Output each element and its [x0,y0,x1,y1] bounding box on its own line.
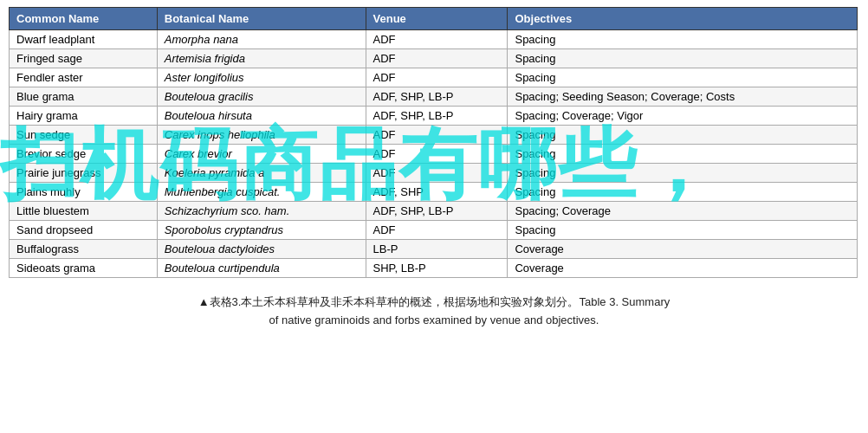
cell-common-name: Little bluestem [10,202,158,221]
cell-botanical-name: Bouteloua curtipendula [157,259,366,278]
cell-objectives: Spacing; Coverage; Vigor [508,107,858,126]
cell-common-name: Buffalograss [10,240,158,259]
cell-botanical-name: Carex inops heliophila [157,126,366,145]
col-header-common: Common Name [10,8,158,30]
cell-common-name: Fendler aster [10,68,158,87]
cell-botanical-name: Sporobolus cryptandrus [157,221,366,240]
cell-objectives: Coverage [508,240,858,259]
table-row: Dwarf leadplantAmorpha nanaADFSpacing [10,30,858,49]
cell-objectives: Spacing [508,145,858,164]
cell-common-name: Sun sedge [10,126,158,145]
table-row: Fendler asterAster longifoliusADFSpacing [10,68,858,87]
cell-botanical-name: Amorpha nana [157,30,366,49]
cell-objectives: Spacing [508,30,858,49]
cell-botanical-name: Bouteloua dactyloides [157,240,366,259]
cell-common-name: Prairie junegrass [10,164,158,183]
cell-common-name: Dwarf leadplant [10,30,158,49]
cell-objectives: Spacing [508,126,858,145]
cell-botanical-name: Bouteloua hirsuta [157,107,366,126]
table-row: Blue gramaBouteloua gracilisADF, SHP, LB… [10,87,858,107]
cell-objectives: Spacing [508,164,858,183]
cell-botanical-name: Schizachyrium sco. ham. [157,202,366,221]
cell-venue: LB-P [366,240,508,259]
data-table: Common Name Botanical Name Venue Objecti… [9,7,858,278]
cell-common-name: Brevior sedge [10,145,158,164]
cell-botanical-name: Muhlenbergia cuspicat. [157,183,366,202]
table-row: Plains muhlyMuhlenbergia cuspicat.ADF, S… [10,183,858,202]
cell-objectives: Spacing; Coverage [508,202,858,221]
cell-venue: ADF [366,126,508,145]
caption-line1: ▲表格3.本土禾本科草种及非禾本科草种的概述，根据场地和实验对象划分。Table… [52,294,816,312]
cell-objectives: Coverage [508,259,858,278]
col-header-botanical: Botanical Name [157,8,366,30]
table-row: Sun sedgeCarex inops heliophilaADFSpacin… [10,126,858,145]
caption-line2: of native graminoids and forbs examined … [52,312,816,330]
cell-objectives: Spacing [508,183,858,202]
table-row: BuffalograssBouteloua dactyloidesLB-PCov… [10,240,858,259]
table-row: Prairie junegrassKoeleria pyramida aADFS… [10,164,858,183]
table-header-row: Common Name Botanical Name Venue Objecti… [10,8,858,30]
cell-venue: ADF [366,49,508,68]
cell-common-name: Plains muhly [10,183,158,202]
cell-botanical-name: Koeleria pyramida a [157,164,366,183]
cell-botanical-name: Carex brevior [157,145,366,164]
cell-venue: ADF [366,221,508,240]
cell-botanical-name: Aster longifolius [157,68,366,87]
cell-venue: ADF, SHP [366,183,508,202]
cell-objectives: Spacing [508,49,858,68]
table-row: Little bluestemSchizachyrium sco. ham.AD… [10,202,858,221]
table-row: Hairy gramaBouteloua hirsutaADF, SHP, LB… [10,107,858,126]
cell-venue: ADF, SHP, LB-P [366,202,508,221]
table-caption: ▲表格3.本土禾本科草种及非禾本科草种的概述，根据场地和实验对象划分。Table… [0,294,868,330]
table-row: Brevior sedgeCarex breviorADFSpacing [10,145,858,164]
cell-common-name: Fringed sage [10,49,158,68]
cell-common-name: Sideoats grama [10,259,158,278]
cell-common-name: Hairy grama [10,107,158,126]
cell-botanical-name: Bouteloua gracilis [157,87,366,107]
cell-venue: ADF [366,145,508,164]
cell-botanical-name: Artemisia frigida [157,49,366,68]
cell-venue: ADF, SHP, LB-P [366,87,508,107]
cell-venue: ADF [366,68,508,87]
table-row: Sideoats gramaBouteloua curtipendulaSHP,… [10,259,858,278]
table-container: Common Name Botanical Name Venue Objecti… [0,0,868,278]
cell-objectives: Spacing [508,68,858,87]
cell-venue: ADF [366,30,508,49]
col-header-venue: Venue [366,8,508,30]
cell-common-name: Blue grama [10,87,158,107]
col-header-objectives: Objectives [508,8,858,30]
cell-venue: SHP, LB-P [366,259,508,278]
table-row: Sand dropseedSporobolus cryptandrusADFSp… [10,221,858,240]
cell-venue: ADF [366,164,508,183]
cell-common-name: Sand dropseed [10,221,158,240]
table-row: Fringed sageArtemisia frigidaADFSpacing [10,49,858,68]
cell-venue: ADF, SHP, LB-P [366,107,508,126]
cell-objectives: Spacing [508,221,858,240]
cell-objectives: Spacing; Seeding Season; Coverage; Costs [508,87,858,107]
